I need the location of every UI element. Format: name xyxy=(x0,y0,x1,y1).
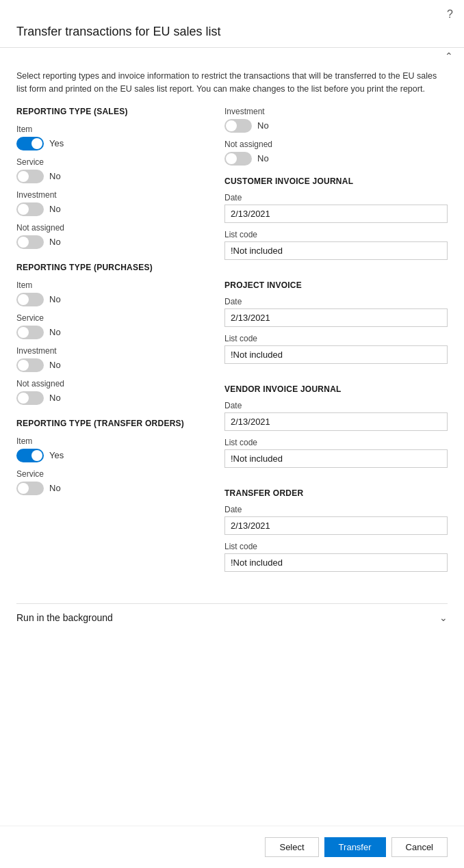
sales-item-toggle[interactable] xyxy=(16,137,44,150)
transfer-order-date-input[interactable] xyxy=(224,516,448,535)
sales-right-not-assigned-value: No xyxy=(257,153,269,163)
sales-item-toggle-row: Item Yes xyxy=(16,124,208,150)
sales-right-investment-value: No xyxy=(257,120,269,131)
run-in-background-label: Run in the background xyxy=(16,612,113,623)
customer-invoice-list-code-input[interactable] xyxy=(224,241,448,260)
sales-investment-toggle[interactable] xyxy=(16,202,44,216)
sales-right-investment-toggle-container: No xyxy=(224,119,448,133)
transfer-order-section: TRANSFER ORDER Date List code xyxy=(224,488,448,579)
purchases-investment-label: Investment xyxy=(16,346,208,356)
sales-not-assigned-value: No xyxy=(49,237,61,247)
sales-not-assigned-toggle[interactable] xyxy=(16,235,44,249)
reporting-type-transfer-orders-title: REPORTING TYPE (TRANSFER ORDERS) xyxy=(16,419,208,428)
vendor-invoice-journal-title: VENDOR INVOICE JOURNAL xyxy=(224,384,448,394)
transfer-orders-item-label: Item xyxy=(16,436,208,446)
transfer-button[interactable]: Transfer xyxy=(324,837,386,857)
customer-invoice-list-code-label: List code xyxy=(224,230,448,239)
sales-investment-label: Investment xyxy=(16,190,208,200)
sales-not-assigned-toggle-container: No xyxy=(16,235,208,249)
purchases-item-toggle[interactable] xyxy=(16,293,44,306)
chevron-down-icon: ⌄ xyxy=(439,612,448,623)
purchases-investment-toggle-container: No xyxy=(16,358,208,372)
transfer-orders-service-toggle-row: Service No xyxy=(16,469,208,495)
sales-right-toggles: Investment No Not assigned N xyxy=(224,107,448,166)
sales-right-not-assigned-toggle[interactable] xyxy=(224,152,252,166)
purchases-investment-toggle[interactable] xyxy=(16,358,44,372)
purchases-service-toggle-row: Service No xyxy=(16,313,208,339)
sales-item-toggle-thumb xyxy=(31,138,42,149)
sales-service-toggle-thumb xyxy=(18,171,29,182)
main-content: REPORTING TYPE (SALES) Item Yes Service xyxy=(0,107,464,592)
purchases-item-label: Item xyxy=(16,280,208,290)
reporting-type-purchases-title: REPORTING TYPE (PURCHASES) xyxy=(16,263,208,272)
sales-service-label: Service xyxy=(16,157,208,167)
purchases-investment-toggle-row: Investment No xyxy=(16,346,208,372)
sales-right-not-assigned-toggle-row: Not assigned No xyxy=(224,140,448,166)
page-title: Transfer transactions for EU sales list xyxy=(0,0,464,47)
footer: Select Transfer Cancel xyxy=(0,826,464,868)
purchases-item-toggle-thumb xyxy=(18,294,29,305)
project-invoice-section: PROJECT INVOICE Date List code xyxy=(224,280,448,371)
sales-right-not-assigned-toggle-thumb xyxy=(226,153,237,164)
sales-not-assigned-toggle-row: Not assigned No xyxy=(16,223,208,249)
purchases-service-toggle[interactable] xyxy=(16,326,44,339)
transfer-orders-item-value: Yes xyxy=(49,450,64,460)
section-collapse-toggle[interactable]: ⌃ xyxy=(0,47,464,64)
sales-right-not-assigned-label: Not assigned xyxy=(224,140,448,149)
description-text: Select reporting types and invoice infor… xyxy=(0,64,464,107)
vendor-invoice-date-label: Date xyxy=(224,401,448,410)
select-button[interactable]: Select xyxy=(265,837,318,857)
sales-item-label: Item xyxy=(16,124,208,134)
customer-invoice-journal-section: CUSTOMER INVOICE JOURNAL Date List code xyxy=(224,176,448,267)
transfer-orders-service-toggle-thumb xyxy=(18,483,29,494)
purchases-not-assigned-toggle-row: Not assigned No xyxy=(16,379,208,405)
reporting-type-sales-section: REPORTING TYPE (SALES) Item Yes Service xyxy=(16,107,208,249)
sales-service-value: No xyxy=(49,171,61,181)
transfer-orders-service-toggle[interactable] xyxy=(16,482,44,495)
transfer-order-list-code-input[interactable] xyxy=(224,553,448,572)
transfer-orders-item-toggle[interactable] xyxy=(16,449,44,462)
transfer-orders-service-label: Service xyxy=(16,469,208,479)
vendor-invoice-list-code-input[interactable] xyxy=(224,449,448,468)
help-icon[interactable]: ? xyxy=(447,8,453,21)
transfer-order-list-code-label: List code xyxy=(224,542,448,551)
sales-not-assigned-toggle-thumb xyxy=(18,237,29,248)
purchases-not-assigned-toggle[interactable] xyxy=(16,391,44,405)
transfer-orders-item-toggle-row: Item Yes xyxy=(16,436,208,462)
vendor-invoice-date-input[interactable] xyxy=(224,412,448,431)
purchases-investment-toggle-thumb xyxy=(18,360,29,371)
purchases-not-assigned-value: No xyxy=(49,393,61,403)
sales-not-assigned-label: Not assigned xyxy=(16,223,208,233)
project-invoice-list-code-label: List code xyxy=(224,334,448,343)
reporting-type-purchases-section: REPORTING TYPE (PURCHASES) Item No Servi… xyxy=(16,263,208,405)
sales-item-toggle-container: Yes xyxy=(16,137,208,150)
sales-service-toggle[interactable] xyxy=(16,170,44,183)
sales-investment-value: No xyxy=(49,204,61,214)
customer-invoice-date-input[interactable] xyxy=(224,205,448,223)
sales-right-investment-toggle[interactable] xyxy=(224,119,252,133)
transfer-orders-service-toggle-container: No xyxy=(16,482,208,495)
cancel-button[interactable]: Cancel xyxy=(391,837,448,857)
reporting-type-transfer-orders-section: REPORTING TYPE (TRANSFER ORDERS) Item Ye… xyxy=(16,419,208,495)
purchases-not-assigned-toggle-thumb xyxy=(18,393,29,404)
sales-right-investment-label: Investment xyxy=(224,107,448,116)
sales-right-not-assigned-toggle-container: No xyxy=(224,152,448,166)
project-invoice-list-code-input[interactable] xyxy=(224,345,448,364)
sales-right-investment-toggle-row: Investment No xyxy=(224,107,448,133)
customer-invoice-date-label: Date xyxy=(224,193,448,202)
purchases-service-toggle-thumb xyxy=(18,327,29,338)
run-in-background-section[interactable]: Run in the background ⌄ xyxy=(16,603,448,631)
purchases-item-toggle-container: No xyxy=(16,293,208,306)
project-invoice-date-input[interactable] xyxy=(224,308,448,327)
sales-service-toggle-container: No xyxy=(16,170,208,183)
purchases-item-value: No xyxy=(49,294,61,304)
sales-investment-toggle-row: Investment No xyxy=(16,190,208,216)
transfer-orders-service-value: No xyxy=(49,483,61,493)
sales-investment-toggle-thumb xyxy=(18,204,29,215)
chevron-up-icon: ⌃ xyxy=(445,51,453,62)
transfer-order-title: TRANSFER ORDER xyxy=(224,488,448,498)
right-column: Investment No Not assigned N xyxy=(224,107,448,592)
sales-service-toggle-row: Service No xyxy=(16,157,208,183)
vendor-invoice-journal-section: VENDOR INVOICE JOURNAL Date List code xyxy=(224,384,448,475)
project-invoice-title: PROJECT INVOICE xyxy=(224,280,448,290)
